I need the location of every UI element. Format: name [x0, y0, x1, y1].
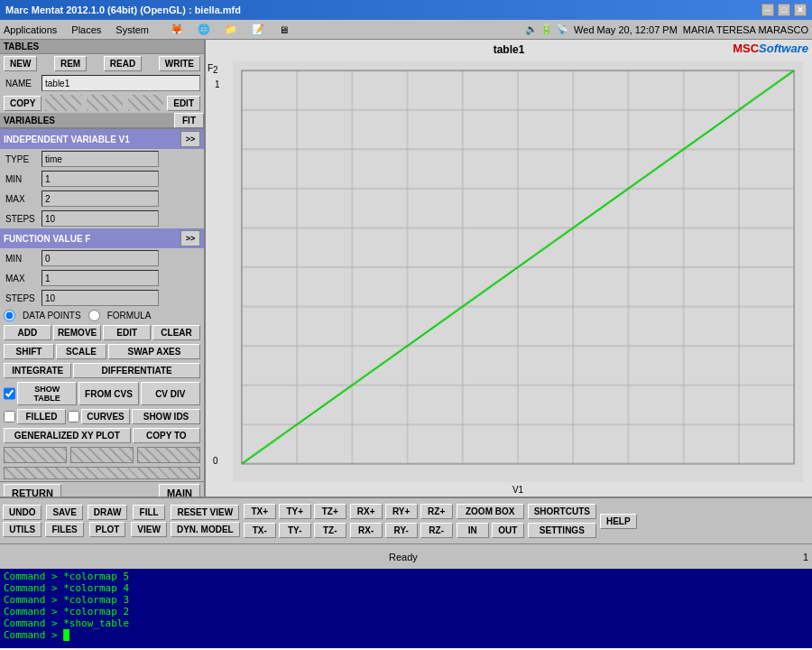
- zoom-group: ZOOM BOX IN OUT: [456, 503, 525, 539]
- close-button[interactable]: ✕: [794, 4, 807, 16]
- ry-plus-button[interactable]: RY+: [385, 504, 418, 519]
- max-input[interactable]: [42, 190, 159, 207]
- formula-radio[interactable]: [88, 310, 100, 321]
- zoom-out-button[interactable]: OUT: [492, 523, 524, 538]
- func-val-arrow[interactable]: >>: [180, 230, 200, 246]
- minimize-button[interactable]: ─: [761, 4, 774, 16]
- name-input[interactable]: [42, 75, 200, 91]
- tz-minus-button[interactable]: TZ-: [314, 523, 346, 538]
- copy-to-button[interactable]: COPY TO: [133, 428, 200, 443]
- rem-button[interactable]: REM: [54, 56, 87, 71]
- username: MARIA TERESA MARASCO: [683, 24, 808, 35]
- terminal-icon[interactable]: 🖥: [279, 24, 289, 35]
- func-steps-input[interactable]: [42, 290, 159, 306]
- from-cvs-button[interactable]: FROM CVS: [78, 382, 138, 405]
- y-top-num: 2: [213, 65, 218, 75]
- plot-button[interactable]: PLOT: [89, 522, 126, 537]
- fit-button[interactable]: FIT: [174, 113, 204, 128]
- draw-button[interactable]: DRAW: [88, 505, 128, 520]
- network-icon[interactable]: 🌐: [198, 23, 210, 35]
- undo-group: UNDO UTILS: [2, 504, 42, 538]
- rx-plus-button[interactable]: RX+: [350, 504, 383, 519]
- tx-plus-button[interactable]: TX+: [244, 504, 276, 519]
- func-min-input[interactable]: [42, 250, 159, 266]
- command-area: Command > *colormap 5 Command > *colorma…: [0, 569, 812, 648]
- menu-system[interactable]: System: [115, 24, 149, 35]
- system-bar: Applications Places System 🦊 🌐 📁 📝 🖥 🔊 🔋…: [0, 20, 812, 40]
- files-button[interactable]: FILES: [45, 522, 83, 537]
- gen-xy-button[interactable]: GENERALIZED XY PLOT: [4, 428, 131, 443]
- ty-minus-button[interactable]: TY-: [279, 523, 311, 538]
- folder-icon[interactable]: 📁: [225, 23, 237, 35]
- data-points-radio[interactable]: [4, 310, 15, 321]
- ty-plus-button[interactable]: TY+: [279, 504, 311, 519]
- min-label: MIN: [4, 173, 40, 185]
- rz-minus-button[interactable]: RZ-: [420, 523, 453, 538]
- settings-button[interactable]: SETTINGS: [528, 523, 596, 538]
- filled-check[interactable]: [4, 409, 15, 424]
- show-ids-button[interactable]: SHOW IDS: [132, 409, 200, 424]
- help-button[interactable]: HELP: [600, 514, 637, 529]
- swap-axes-button[interactable]: SWAP AXES: [108, 344, 200, 359]
- cmd-line-6[interactable]: Command > █: [4, 629, 808, 641]
- menu-places[interactable]: Places: [71, 24, 101, 35]
- cmd-line-3: Command > *colormap 3: [4, 594, 808, 606]
- hatch-row-1: [0, 445, 204, 465]
- firefox-icon[interactable]: 🦊: [171, 23, 183, 35]
- menu-applications[interactable]: Applications: [4, 24, 57, 35]
- edit-button[interactable]: EDIT: [167, 96, 200, 111]
- undo-button[interactable]: UNDO: [3, 505, 42, 520]
- shift-button[interactable]: SHIFT: [4, 344, 54, 359]
- curves-check[interactable]: [68, 409, 79, 424]
- dyn-model-button[interactable]: DYN. MODEL: [171, 522, 240, 537]
- app-title: Marc Mentat 2012.1.0 (64bit) (OpenGL) : …: [5, 5, 241, 15]
- msc-logo: MSCSoftware: [733, 42, 808, 55]
- rx-minus-button[interactable]: RX-: [350, 523, 383, 538]
- new-button[interactable]: NEW: [4, 56, 37, 71]
- integrate-button[interactable]: INTEGRATE: [4, 363, 71, 378]
- y-tick1: 1: [215, 79, 220, 89]
- copy-button[interactable]: COPY: [4, 96, 42, 111]
- save-button[interactable]: SAVE: [46, 505, 83, 520]
- remove-button[interactable]: REMOVE: [53, 325, 101, 340]
- func-max-label: MAX: [4, 273, 40, 284]
- main-area: TABLES NEW REM READ WRITE NAME COPY EDIT…: [0, 40, 812, 497]
- main-button[interactable]: MAIN: [159, 484, 200, 497]
- view-button[interactable]: VIEW: [131, 522, 167, 537]
- scale-button[interactable]: SCALE: [56, 344, 106, 359]
- write-button[interactable]: WRITE: [159, 56, 200, 71]
- fill-button[interactable]: FILL: [133, 505, 165, 520]
- rotate-group: RX+ RY+ RZ+ RX- RY- RZ-: [349, 503, 454, 539]
- ry-minus-button[interactable]: RY-: [385, 523, 418, 538]
- read-button[interactable]: READ: [104, 56, 142, 71]
- edit-dp-button[interactable]: EDIT: [103, 325, 151, 340]
- zoom-in-button[interactable]: IN: [457, 523, 489, 538]
- type-input[interactable]: [42, 151, 159, 167]
- show-table-button[interactable]: SHOW TABLE: [17, 382, 77, 405]
- curves-button[interactable]: CURVES: [81, 409, 130, 424]
- maximize-button[interactable]: □: [778, 4, 790, 16]
- zoom-box-button[interactable]: ZOOM BOX: [457, 504, 524, 519]
- steps-input[interactable]: [42, 210, 159, 227]
- indep-var-arrow[interactable]: >>: [180, 131, 200, 147]
- show-table-check[interactable]: [4, 382, 15, 405]
- differentiate-button[interactable]: DIFFERENTIATE: [73, 363, 200, 378]
- cv-div-button[interactable]: CV DIV: [141, 382, 200, 405]
- tz-plus-button[interactable]: TZ+: [314, 504, 346, 519]
- shortcuts-button[interactable]: SHORTCUTS: [528, 504, 596, 519]
- tx-minus-button[interactable]: TX-: [244, 523, 276, 538]
- return-button[interactable]: RETURN: [4, 484, 61, 497]
- utils-button[interactable]: UTILS: [3, 522, 42, 537]
- shift-scale-row: SHIFT SCALE SWAP AXES: [0, 342, 204, 361]
- func-max-input[interactable]: [42, 270, 159, 286]
- add-button[interactable]: ADD: [4, 325, 51, 340]
- min-input[interactable]: [42, 171, 159, 187]
- left-panel: TABLES NEW REM READ WRITE NAME COPY EDIT…: [0, 40, 206, 497]
- status-bar: Ready 1: [0, 543, 812, 569]
- graph-area: table1 MSCSoftware F 2 2 1 0 1 2 V1: [206, 40, 812, 497]
- reset-view-button[interactable]: RESET VIEW: [171, 505, 239, 520]
- rz-plus-button[interactable]: RZ+: [420, 504, 453, 519]
- clear-button[interactable]: CLEAR: [152, 325, 200, 340]
- text-editor-icon[interactable]: 📝: [252, 23, 264, 35]
- filled-button[interactable]: FILLED: [17, 409, 66, 424]
